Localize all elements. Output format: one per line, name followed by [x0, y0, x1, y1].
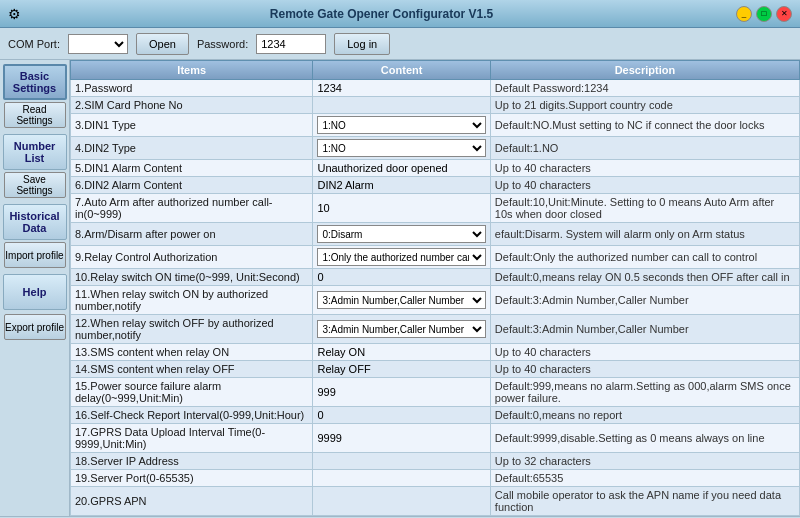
toolbar: COM Port: Open Password: Log in [0, 28, 800, 60]
desc-cell: Up to 40 characters [490, 344, 799, 361]
table-row: 15.Power source failure alarm delay(0~99… [71, 378, 800, 407]
desc-cell: Default:3:Admin Number,Caller Number [490, 286, 799, 315]
content-cell: 9999 [313, 424, 490, 453]
col-header-content: Content [313, 61, 490, 80]
item-cell: 7.Auto Arm after authorized number call-… [71, 194, 313, 223]
sidebar-item-help[interactable]: Help [3, 274, 67, 310]
table-row: 18.Server IP AddressUp to 32 characters [71, 453, 800, 470]
table-row: 6.DIN2 Alarm ContentDIN2 AlarmUp to 40 c… [71, 177, 800, 194]
desc-cell: Default:999,means no alarm.Setting as 00… [490, 378, 799, 407]
item-cell: 12.When relay switch OFF by authorized n… [71, 315, 313, 344]
item-cell: 14.SMS content when relay OFF [71, 361, 313, 378]
title-bar: ⚙ Remote Gate Opener Configurator V1.5 _… [0, 0, 800, 28]
open-button[interactable]: Open [136, 33, 189, 55]
content-cell[interactable]: 3:Admin Number,Caller Number0:None1:Admi… [313, 315, 490, 344]
table-row: 19.Server Port(0-65535)Default:65535 [71, 470, 800, 487]
content-cell [313, 97, 490, 114]
item-cell: 21.GPRS User Name [71, 516, 313, 517]
login-button[interactable]: Log in [334, 33, 390, 55]
desc-cell: Default:65535 [490, 470, 799, 487]
table-row: 3.DIN1 Type1:NO0:NCDefault:NO.Must setti… [71, 114, 800, 137]
desc-cell: Default:Only the authorized number can c… [490, 246, 799, 269]
content-cell: 0 [313, 269, 490, 286]
table-row: 12.When relay switch OFF by authorized n… [71, 315, 800, 344]
item-cell: 4.DIN2 Type [71, 137, 313, 160]
content-cell[interactable]: 1:NO0:NC [313, 137, 490, 160]
save-settings-button[interactable]: Save Settings [4, 172, 66, 198]
item-cell: 9.Relay Control Authorization [71, 246, 313, 269]
content-cell [313, 470, 490, 487]
desc-cell: Default Password:1234 [490, 80, 799, 97]
desc-cell: Default:NO.Must setting to NC if connect… [490, 114, 799, 137]
desc-cell: Default:1.NO [490, 137, 799, 160]
desc-cell: Call mobile operator to ask the APN name… [490, 487, 799, 516]
desc-cell: Default:9999,disable.Setting as 0 means … [490, 424, 799, 453]
content-cell: 999 [313, 378, 490, 407]
table-row: 1.Password1234Default Password:1234 [71, 80, 800, 97]
sidebar-item-historical-data[interactable]: Historical Data [3, 204, 67, 240]
sidebar-item-basic-settings[interactable]: Basic Settings [3, 64, 67, 100]
table-row: 9.Relay Control Authorization1:Only the … [71, 246, 800, 269]
close-button[interactable]: ✕ [776, 6, 792, 22]
item-cell: 6.DIN2 Alarm Content [71, 177, 313, 194]
com-port-select[interactable] [68, 34, 128, 54]
content-cell: Relay OFF [313, 361, 490, 378]
item-cell: 16.Self-Check Report Interval(0-999,Unit… [71, 407, 313, 424]
import-profile-button[interactable]: Import profile [4, 242, 66, 268]
item-cell: 19.Server Port(0-65535) [71, 470, 313, 487]
read-settings-button[interactable]: Read Settings [4, 102, 66, 128]
item-cell: 18.Server IP Address [71, 453, 313, 470]
content-cell[interactable]: 1:NO0:NC [313, 114, 490, 137]
desc-cell: Default:10,Unit:Minute. Setting to 0 mea… [490, 194, 799, 223]
table-row: 21.GPRS User NameCall mobile operator to… [71, 516, 800, 517]
desc-cell: Call mobile operator to ask the APN name… [490, 516, 799, 517]
content-select[interactable]: 3:Admin Number,Caller Number0:None1:Admi… [317, 291, 485, 309]
content-cell[interactable]: 0:Disarm1:Arm [313, 223, 490, 246]
item-cell: 13.SMS content when relay ON [71, 344, 313, 361]
password-label: Password: [197, 38, 248, 50]
table-row: 2.SIM Card Phone NoUp to 21 digits.Suppo… [71, 97, 800, 114]
title-text: Remote Gate Opener Configurator V1.5 [27, 7, 736, 21]
export-profile-button[interactable]: Export profile [4, 314, 66, 340]
password-input[interactable] [256, 34, 326, 54]
table-row: 16.Self-Check Report Interval(0-999,Unit… [71, 407, 800, 424]
sidebar: Basic Settings Read Settings Number List… [0, 60, 70, 516]
table-row: 17.GPRS Data Upload Interval Time(0-9999… [71, 424, 800, 453]
title-icon: ⚙ [8, 6, 21, 22]
window-controls: _ □ ✕ [736, 6, 792, 22]
table-row: 4.DIN2 Type1:NO0:NCDefault:1.NO [71, 137, 800, 160]
desc-cell: Default:0,means no report [490, 407, 799, 424]
table-row: 10.Relay switch ON time(0~999, Unit:Seco… [71, 269, 800, 286]
item-cell: 11.When relay switch ON by authorized nu… [71, 286, 313, 315]
table-row: 5.DIN1 Alarm ContentUnauthorized door op… [71, 160, 800, 177]
desc-cell: Up to 40 characters [490, 361, 799, 378]
content-select[interactable]: 1:Only the authorized number can cal0:An… [317, 248, 485, 266]
item-cell: 8.Arm/Disarm after power on [71, 223, 313, 246]
sidebar-item-number-list[interactable]: Number List [3, 134, 67, 170]
maximize-button[interactable]: □ [756, 6, 772, 22]
desc-cell: Up to 40 characters [490, 177, 799, 194]
item-cell: 2.SIM Card Phone No [71, 97, 313, 114]
desc-cell: Up to 40 characters [490, 160, 799, 177]
content-cell [313, 453, 490, 470]
minimize-button[interactable]: _ [736, 6, 752, 22]
col-header-description: Description [490, 61, 799, 80]
table-row: 7.Auto Arm after authorized number call-… [71, 194, 800, 223]
settings-table-container[interactable]: Items Content Description 1.Password1234… [70, 60, 800, 516]
content-cell: DIN2 Alarm [313, 177, 490, 194]
col-header-items: Items [71, 61, 313, 80]
item-cell: 10.Relay switch ON time(0~999, Unit:Seco… [71, 269, 313, 286]
content-select[interactable]: 1:NO0:NC [317, 116, 485, 134]
content-select[interactable]: 0:Disarm1:Arm [317, 225, 485, 243]
content-cell[interactable]: 1:Only the authorized number can cal0:An… [313, 246, 490, 269]
main-layout: Basic Settings Read Settings Number List… [0, 60, 800, 516]
content-cell [313, 487, 490, 516]
content-cell [313, 516, 490, 517]
settings-table: Items Content Description 1.Password1234… [70, 60, 800, 516]
content-select[interactable]: 3:Admin Number,Caller Number0:None1:Admi… [317, 320, 485, 338]
table-row: 14.SMS content when relay OFFRelay OFFUp… [71, 361, 800, 378]
item-cell: 3.DIN1 Type [71, 114, 313, 137]
content-select[interactable]: 1:NO0:NC [317, 139, 485, 157]
content-cell[interactable]: 3:Admin Number,Caller Number0:None1:Admi… [313, 286, 490, 315]
content-cell: 0 [313, 407, 490, 424]
